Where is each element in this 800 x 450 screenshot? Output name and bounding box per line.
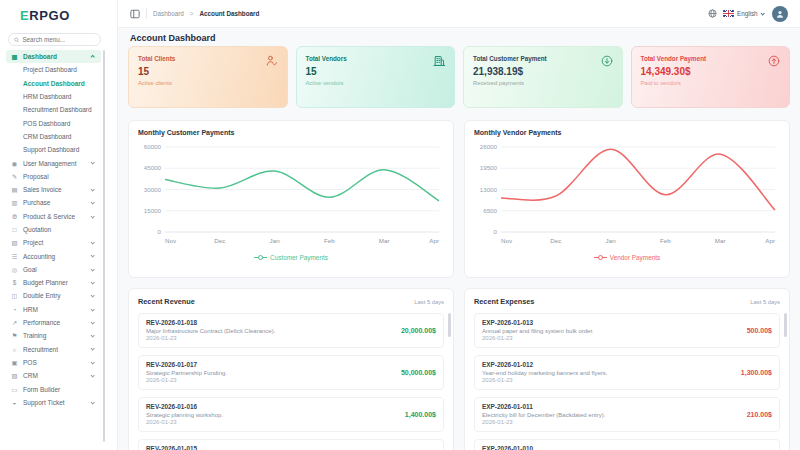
entry-amount: 1,400.00$ [405, 411, 436, 418]
legend-label: Vendor Payments [610, 254, 660, 261]
sidebar-item-label: Product & Service [23, 213, 75, 220]
language-selector[interactable]: English [723, 10, 766, 17]
sidebar-subitem-crm-dashboard[interactable]: CRM Dashboard [6, 130, 101, 143]
budget-planner-icon: $ [11, 279, 18, 286]
logo-text: RPGO [29, 8, 70, 23]
sidebar-item-training[interactable]: ⚑Training [6, 329, 101, 342]
svg-text:Jan: Jan [270, 237, 281, 244]
sidebar-item-double-entry[interactable]: ◫Double Entry [6, 289, 101, 302]
svg-text:Dec: Dec [214, 237, 225, 244]
chevron-down-icon [90, 320, 95, 325]
list-scrollbar[interactable] [784, 313, 787, 337]
entry-code: REV-2026-01-018 [146, 319, 275, 326]
stat-card-value: 21,938.19$ [473, 66, 613, 77]
stat-card-total-customer-payment: Total Customer Payment21,938.19$Received… [463, 46, 623, 108]
sidebar-subitem-pos-dashboard[interactable]: POS Dashboard [6, 116, 101, 129]
list-title: Recent Revenue [138, 297, 195, 306]
stat-card-value: 15 [138, 66, 278, 77]
sidebar-subitem-hrm-dashboard[interactable]: HRM Dashboard [6, 90, 101, 103]
chart-legend[interactable]: Vendor Payments [474, 254, 780, 261]
stat-cards-row: Total Clients15Active clientsTotal Vendo… [128, 46, 790, 108]
chevron-down-icon [90, 254, 95, 259]
svg-text:6500: 6500 [483, 207, 497, 214]
list-item-exp-2026-01-010[interactable]: EXP-2026-01-010Vehicle maintenance and f… [474, 439, 780, 450]
sidebar-item-quotation[interactable]: □Quotation [6, 223, 101, 236]
sidebar-item-support-ticket[interactable]: ◒Support Ticket [6, 396, 101, 409]
app-logo[interactable]: ERPGO [0, 0, 117, 30]
svg-text:30000: 30000 [144, 186, 162, 193]
svg-text:Nov: Nov [165, 237, 177, 244]
sidebar-item-purchase[interactable]: ▥Purchase [6, 196, 101, 209]
sidebar-item-crm[interactable]: ▨CRM [6, 369, 101, 382]
sidebar-item-label: Budget Planner [23, 279, 68, 286]
chart-legend[interactable]: Customer Payments [138, 254, 444, 261]
list-range-label: Last 5 days [414, 299, 444, 305]
sidebar-subitem-project-dashboard[interactable]: Project Dashboard [6, 63, 101, 76]
sidebar-subitem-support-dashboard[interactable]: Support Dashboard [6, 143, 101, 156]
search-input[interactable] [22, 36, 95, 43]
svg-text:19500: 19500 [480, 164, 498, 171]
list-item-rev-2026-01-015[interactable]: REV-2026-01-015Wholesale order for retai… [138, 439, 444, 450]
entry-description: Strategic Partnership Funding. [146, 370, 227, 376]
entry-code: EXP-2026-01-010 [482, 445, 607, 450]
sidebar-item-label: Accounting [23, 253, 55, 260]
entry-code: REV-2026-01-017 [146, 361, 227, 368]
globe-icon[interactable] [708, 9, 717, 18]
svg-text:13000: 13000 [480, 186, 498, 193]
entry-code: REV-2026-01-016 [146, 403, 223, 410]
sidebar-item-performance[interactable]: ↗Performance [6, 316, 101, 329]
sidebar-item-goal[interactable]: ◎Goal [6, 263, 101, 276]
stat-card-value: 14,349.30$ [641, 66, 781, 77]
building-icon [432, 54, 446, 68]
list-scrollbar[interactable] [448, 313, 451, 337]
sidebar-item-form-builder[interactable]: ▭Form Builder [6, 382, 101, 395]
sidebar-item-proposal[interactable]: ✎Proposal [6, 170, 101, 183]
sidebar-item-dashboard[interactable]: ▦Dashboard [6, 50, 101, 63]
list-item-exp-2026-01-012[interactable]: EXP-2026-01-012Year-end holiday marketin… [474, 355, 780, 390]
svg-text:Apr: Apr [429, 237, 439, 244]
sidebar-item-project[interactable]: ▧Project [6, 236, 101, 249]
sidebar-toggle-icon[interactable] [130, 9, 140, 19]
sidebar-item-accounting[interactable]: ☰Accounting [6, 249, 101, 262]
sidebar-item-product-service[interactable]: ⚙Product & Service [6, 210, 101, 223]
sidebar-search[interactable] [8, 33, 101, 46]
chevron-down-icon [90, 347, 95, 352]
chevron-down-icon [90, 267, 95, 272]
vendor-payments-line-chart: 06500130001950026000NovDecJanFebMarApr [474, 138, 780, 254]
sidebar-item-budget-planner[interactable]: $Budget Planner [6, 276, 101, 289]
entry-text: EXP-2026-01-013Annual paper and filing s… [482, 319, 594, 342]
header-actions: English [708, 6, 788, 22]
entry-text: REV-2026-01-018Major Infrastructure Cont… [146, 319, 275, 342]
sidebar-item-label: Goal [23, 266, 37, 273]
sidebar-item-label: HRM [23, 306, 38, 313]
language-label: English [737, 10, 758, 17]
entry-amount: 210.00$ [747, 411, 772, 418]
list-item-rev-2026-01-016[interactable]: REV-2026-01-016Strategic planning worksh… [138, 397, 444, 432]
stat-card-value: 15 [306, 66, 446, 77]
chart-title: Monthly Customer Payments [138, 129, 444, 136]
list-item-rev-2026-01-018[interactable]: REV-2026-01-018Major Infrastructure Cont… [138, 313, 444, 348]
svg-text:0: 0 [158, 228, 162, 235]
stat-card-total-vendor-payment: Total Vendor Payment14,349.30$Paid to ve… [631, 46, 791, 108]
list-item-exp-2026-01-011[interactable]: EXP-2026-01-011Electricity bill for Dece… [474, 397, 780, 432]
sidebar-item-label: Dashboard [23, 53, 57, 60]
chevron-down-icon [90, 333, 95, 338]
breadcrumb-dashboard[interactable]: Dashboard [153, 10, 184, 17]
sidebar-subitem-account-dashboard[interactable]: Account Dashboard [6, 77, 101, 90]
sidebar-scrollbar[interactable] [103, 50, 105, 442]
training-icon: ⚑ [11, 332, 18, 339]
sidebar-item-recruitment[interactable]: ○Recruitment [6, 343, 101, 356]
crm-icon: ▨ [11, 372, 18, 379]
goal-icon: ◎ [11, 266, 18, 273]
list-item-exp-2026-01-013[interactable]: EXP-2026-01-013Annual paper and filing s… [474, 313, 780, 348]
sidebar-item-hrm[interactable]: ◔HRM [6, 303, 101, 316]
user-avatar[interactable] [772, 6, 788, 22]
svg-text:26000: 26000 [480, 143, 498, 150]
purchase-cart-icon: ▥ [11, 199, 18, 206]
sidebar-item-user-management[interactable]: ◉User Management [6, 156, 101, 169]
breadcrumb-separator: > [190, 10, 194, 17]
sidebar-item-pos[interactable]: ▣POS [6, 356, 101, 369]
sidebar-subitem-recruitment-dashboard[interactable]: Recruitment Dashboard [6, 103, 101, 116]
list-item-rev-2026-01-017[interactable]: REV-2026-01-017Strategic Partnership Fun… [138, 355, 444, 390]
sidebar-item-sales-invoice[interactable]: ▤Sales Invoice [6, 183, 101, 196]
